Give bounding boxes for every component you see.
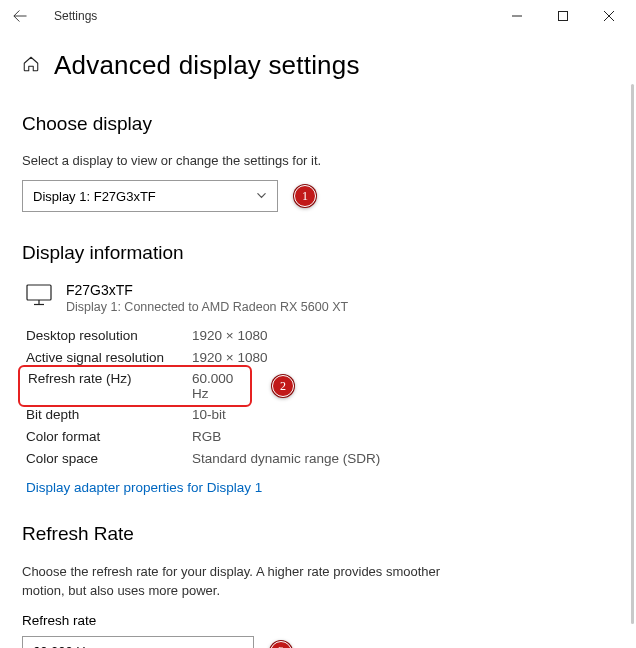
- refresh-rate-select[interactable]: 60.000 Hz: [22, 636, 254, 648]
- color-format-value: RGB: [192, 429, 466, 444]
- annotation-badge-3: 3: [270, 641, 292, 648]
- choose-display-heading: Choose display: [22, 113, 614, 135]
- home-icon[interactable]: [22, 55, 40, 76]
- chevron-down-icon: [256, 190, 267, 203]
- window-titlebar: Settings: [0, 0, 636, 32]
- adapter-properties-link[interactable]: Display adapter properties for Display 1: [26, 480, 262, 495]
- bit-depth-label: Bit depth: [26, 407, 192, 422]
- window-close-button[interactable]: [586, 0, 632, 32]
- desktop-resolution-label: Desktop resolution: [26, 328, 192, 343]
- active-resolution-value: 1920 × 1080: [192, 350, 466, 365]
- refresh-rate-help: Choose the refresh rate for your display…: [22, 563, 482, 601]
- monitor-icon: [26, 282, 52, 311]
- house-icon: [22, 55, 40, 73]
- window-minimize-button[interactable]: [494, 0, 540, 32]
- display-info-grid: Desktop resolution 1920 × 1080 Active si…: [26, 328, 466, 466]
- svg-rect-1: [559, 12, 568, 21]
- desktop-resolution-value: 1920 × 1080: [192, 328, 466, 343]
- display-info-heading: Display information: [22, 242, 614, 264]
- refresh-rate-heading: Refresh Rate: [22, 523, 614, 545]
- refresh-rate-field-label: Refresh rate: [22, 613, 614, 628]
- refresh-rate-select-value: 60.000 Hz: [33, 644, 92, 648]
- refresh-rate-label: Refresh rate (Hz): [28, 371, 192, 401]
- color-format-label: Color format: [26, 429, 192, 444]
- annotation-badge-2: 2: [272, 375, 294, 397]
- app-title: Settings: [54, 9, 97, 23]
- close-icon: [604, 11, 614, 21]
- back-button[interactable]: [4, 0, 36, 32]
- color-space-label: Color space: [26, 451, 192, 466]
- refresh-rate-value: 60.000 Hz: [192, 371, 244, 401]
- color-space-value: Standard dynamic range (SDR): [192, 451, 466, 466]
- minimize-icon: [512, 11, 522, 21]
- svg-rect-2: [27, 285, 51, 300]
- display-select-value: Display 1: F27G3xTF: [33, 189, 156, 204]
- choose-display-help: Select a display to view or change the s…: [22, 153, 614, 168]
- bit-depth-value: 10-bit: [192, 407, 466, 422]
- active-resolution-label: Active signal resolution: [26, 350, 192, 365]
- page-title: Advanced display settings: [54, 50, 360, 81]
- monitor-name: F27G3xTF: [66, 282, 348, 298]
- monitor-connection: Display 1: Connected to AMD Radeon RX 56…: [66, 300, 348, 314]
- annotation-badge-1: 1: [294, 185, 316, 207]
- window-maximize-button[interactable]: [540, 0, 586, 32]
- refresh-rate-highlight: Refresh rate (Hz) 60.000 Hz: [18, 365, 252, 407]
- display-select[interactable]: Display 1: F27G3xTF: [22, 180, 278, 212]
- maximize-icon: [558, 11, 568, 21]
- arrow-left-icon: [13, 9, 27, 23]
